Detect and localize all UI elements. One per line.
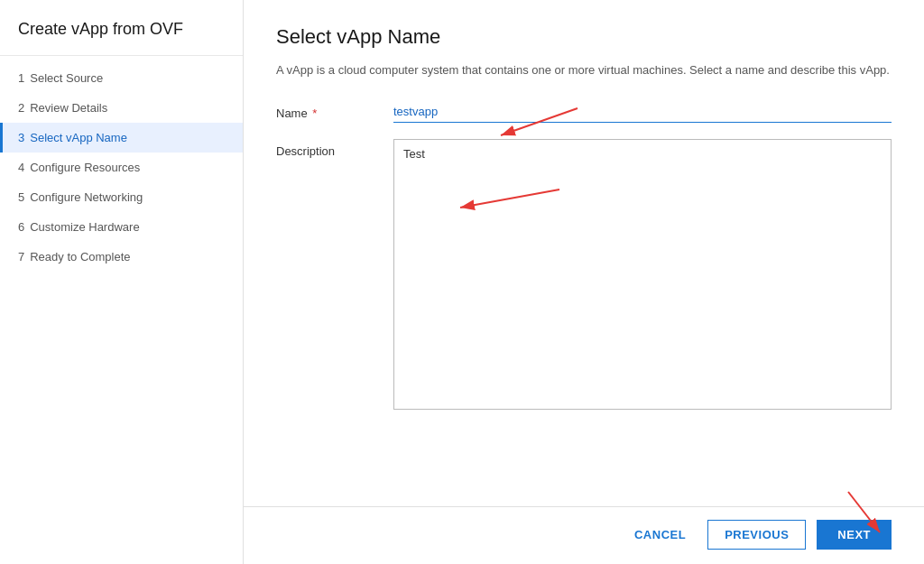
footer: CANCEL PREVIOUS NEXT — [244, 506, 924, 564]
sidebar-item-label-step2: Review Details — [30, 101, 107, 115]
cancel-button[interactable]: CANCEL — [624, 521, 697, 549]
step2-number: 2 — [18, 101, 24, 115]
sidebar-item-label-step4: Configure Resources — [30, 161, 140, 174]
sidebar: Create vApp from OVF 1 Select Source 2 R… — [0, 0, 244, 564]
step6-number: 6 — [18, 220, 24, 234]
next-button[interactable]: NEXT — [817, 520, 892, 550]
name-input[interactable] — [393, 101, 892, 123]
sidebar-item-label-step3: Select vApp Name — [30, 131, 127, 144]
form-section: Name * Description — [276, 101, 892, 489]
sidebar-item-label-step1: Select Source — [30, 71, 103, 85]
step5-number: 5 — [18, 190, 24, 204]
sidebar-item-step3[interactable]: 3 Select vApp Name — [0, 123, 243, 153]
sidebar-item-step5[interactable]: 5 Configure Networking — [0, 182, 243, 212]
name-input-wrap — [393, 101, 892, 123]
step7-number: 7 — [18, 250, 24, 264]
main-content: Select vApp Name A vApp is a cloud compu… — [244, 0, 924, 506]
sidebar-title: Create vApp from OVF — [0, 0, 243, 56]
sidebar-item-label-step7: Ready to Complete — [30, 250, 130, 264]
name-row: Name * — [276, 101, 892, 123]
sidebar-item-step1[interactable]: 1 Select Source — [0, 63, 243, 93]
name-label: Name * — [276, 101, 393, 120]
sidebar-nav: 1 Select Source 2 Review Details 3 Selec… — [0, 56, 243, 279]
previous-button[interactable]: PREVIOUS — [707, 520, 806, 550]
sidebar-item-label-step5: Configure Networking — [30, 190, 143, 204]
step3-number: 3 — [18, 131, 24, 144]
description-label: Description — [276, 139, 393, 158]
sidebar-item-step2[interactable]: 2 Review Details — [0, 93, 243, 123]
page-title: Select vApp Name — [276, 25, 892, 49]
sidebar-item-label-step6: Customize Hardware — [30, 220, 139, 234]
step4-number: 4 — [18, 161, 24, 174]
step1-number: 1 — [18, 71, 24, 85]
description-textarea[interactable] — [393, 139, 892, 410]
description-input-wrap — [393, 139, 892, 412]
page-description: A vApp is a cloud computer system that c… — [276, 61, 890, 79]
sidebar-item-step7[interactable]: 7 Ready to Complete — [0, 242, 243, 272]
sidebar-item-step4[interactable]: 4 Configure Resources — [0, 153, 243, 182]
sidebar-item-step6[interactable]: 6 Customize Hardware — [0, 212, 243, 242]
description-row: Description — [276, 139, 892, 412]
required-indicator: * — [310, 106, 318, 120]
